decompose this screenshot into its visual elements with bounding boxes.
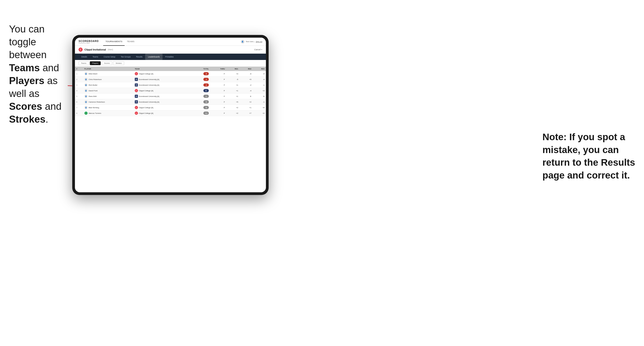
table-row: 3 👤 Rich Butler SB Scoreboard University… [75,82,266,88]
player-avatar: 👤 [84,89,88,92]
toggle-scores[interactable]: Scores [102,61,112,65]
top-navbar: SCOREBOARD Powered by clippd TOURNAMENTS… [75,38,266,46]
player-name: Blair McHarg [89,107,99,109]
cell-total: E [192,88,210,94]
tab-leaderboards[interactable]: Leaderboards [145,54,162,60]
nav-right: 👤 Test User | Sign out [241,40,262,43]
score-badge: -2 [204,83,209,87]
cell-rd2: -2 [240,82,253,88]
player-avatar: 👤 [84,106,88,109]
cell-rd2: E [240,94,253,99]
table-row: 8 🏌 Marcus Turners C Clippd College [A] … [75,110,266,116]
cell-rd2: +7 [240,110,253,116]
player-name: Rich Butler [89,84,98,86]
team-name: Scoreboard University [A] [139,101,159,103]
team-name: Clippd College [A] [139,112,153,114]
cell-total: +1 [192,94,210,99]
team-name: Scoreboard University [A] [139,95,159,97]
nav-tournaments[interactable]: TOURNAMENTS [103,38,124,46]
player-avatar: 👤 [84,83,88,87]
cell-player: 👤 Cameron Robertson [83,99,134,105]
cell-rank: 3 [75,82,83,88]
table-row: 7 👤 Blair McHarg C Clippd College [A] +8… [75,105,266,110]
cell-rank: 6 [75,99,83,105]
cell-rd2: -4 [240,88,253,94]
team-name: Clippd College [A] [139,73,153,75]
score-badge: +11 [204,112,209,115]
col-team: TEAM [134,67,192,71]
cell-thru: F [210,77,226,82]
score-badge: E [204,89,209,92]
cell-rank: 7 [75,105,83,110]
tab-tee-groups[interactable]: Tee Groups [118,54,134,60]
score-badge: -4 [204,78,209,81]
table-row: 2 👤 Chris Robertson SB Scoreboard Univer… [75,77,266,82]
player-avatar: 👤 [84,100,88,103]
cell-rd3: E [252,94,266,99]
team-name: Clippd College [A] [139,107,153,109]
cell-rank: 2 [75,77,83,82]
toggle-strokes[interactable]: Strokes [113,61,124,65]
tournament-logo: C [78,48,82,52]
cell-total: -8 [192,71,210,77]
cell-rd1: +1 [226,82,240,88]
table-row: 1 👤 Elliot Ebert C Clippd College [A] -8… [75,71,266,77]
cell-player: 👤 David Ford [83,88,134,94]
cell-total: +8 [192,105,210,110]
cell-rank: 5 [75,94,83,99]
right-annotation: Note: If you spot a mistake, you can ret… [542,131,637,182]
tournament-name: Clippd Invitational [84,48,106,51]
toggle-players[interactable]: Players [90,61,101,65]
tablet-frame: SCOREBOARD Powered by clippd TOURNAMENTS… [72,35,268,195]
cell-total: +6 [192,99,210,105]
player-name: Cameron Robertson [89,101,105,103]
cell-rd1: -5 [226,77,240,82]
cell-total: -4 [192,77,210,82]
cancel-button[interactable]: Cancel × [254,48,262,51]
tab-printables[interactable]: Printables [162,54,176,60]
table-row: 5 👤 Rees Britt SB Scoreboard University … [75,94,266,99]
cell-rd3: +2 [252,110,266,116]
col-rd2: RD2 [240,67,253,71]
cell-total: +11 [192,110,210,116]
player-avatar: 👤 [84,72,88,75]
player-avatar: 👤 [84,95,88,98]
cell-rd2: +5 [240,77,253,82]
score-badge: -8 [204,72,209,75]
cell-rd3: -5 [252,71,266,77]
cell-total: -2 [192,82,210,88]
cell-rd1: +5 [226,99,240,105]
cell-team: SB Scoreboard University [A] [134,99,192,105]
col-rd1: RD1 [226,67,240,71]
toggle-teams[interactable]: Teams [78,61,89,65]
cell-team: SB Scoreboard University [A] [134,94,192,99]
nav-teams[interactable]: TEAMS [124,38,137,46]
logo-sub: Powered by clippd [78,42,99,44]
cell-rd3: +6 [252,105,266,110]
score-badge: +6 [204,100,209,103]
left-annotation: You can toggle between Teams and Players… [9,22,72,126]
cell-rd1: +1 [226,88,240,94]
player-name: Rees Britt [89,95,96,97]
col-rd3: RD3 [252,67,266,71]
col-player: PLAYER [83,67,134,71]
user-name: Test User | [246,41,254,43]
cell-thru: F [210,99,226,105]
tab-details[interactable]: Details [78,54,90,60]
sign-out-link[interactable]: Sign out [256,41,262,43]
leaderboard-table: # PLAYER TEAM TOTAL THRU RD1 RD2 RD3 1 👤… [75,67,266,192]
tournament-header: C Clippd Invitational (Men) Cancel × [75,46,266,54]
sub-tabs: Details Teams Course Setup Tee Groups Re… [75,54,266,60]
team-name: Scoreboard University [A] [139,84,159,86]
tab-teams[interactable]: Teams [90,54,101,60]
tab-results[interactable]: Results [134,54,145,60]
team-name: Scoreboard University [A] [139,78,159,80]
user-avatar: 👤 [241,40,244,43]
cell-rd2: +1 [240,105,253,110]
player-name: David Ford [89,90,98,92]
cell-rank: 1 [75,71,83,77]
cell-team: C Clippd College [A] [134,110,192,116]
cell-thru: F [210,88,226,94]
cell-player: 🏌 Marcus Turners [83,110,134,116]
tab-course-setup[interactable]: Course Setup [101,54,118,60]
